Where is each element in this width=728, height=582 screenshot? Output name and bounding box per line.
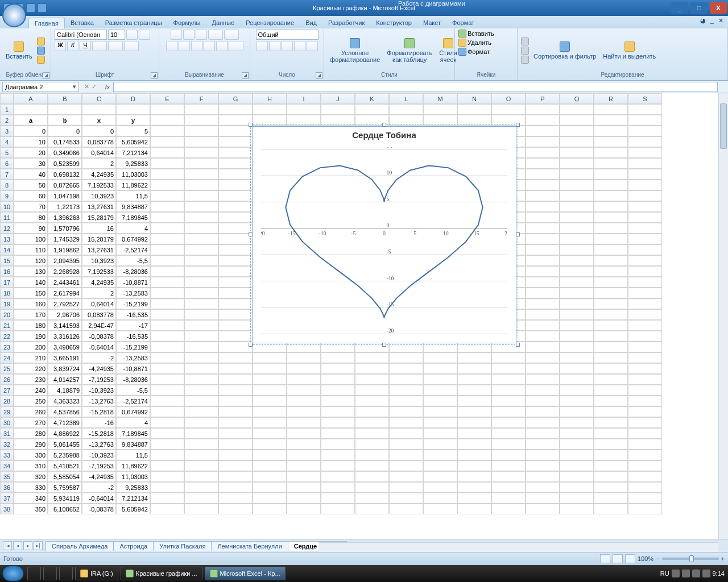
- cell[interactable]: [218, 471, 253, 482]
- row-header[interactable]: 18: [0, 288, 14, 298]
- column-header[interactable]: D: [116, 93, 150, 104]
- cell[interactable]: [457, 363, 491, 374]
- cell[interactable]: [218, 331, 253, 342]
- cell[interactable]: [628, 320, 662, 331]
- cell[interactable]: 2: [82, 158, 116, 169]
- cell[interactable]: [423, 504, 457, 514]
- cell[interactable]: 3,316126: [48, 331, 82, 342]
- cell[interactable]: 170: [14, 309, 48, 320]
- row-header[interactable]: 38: [0, 504, 14, 514]
- cell[interactable]: [184, 309, 218, 320]
- cell[interactable]: 13,27631: [82, 244, 116, 255]
- row-header[interactable]: 29: [0, 406, 14, 417]
- cell[interactable]: [628, 158, 662, 169]
- cell[interactable]: [423, 396, 457, 406]
- cell[interactable]: 140: [14, 277, 48, 288]
- row-header[interactable]: 37: [0, 493, 14, 504]
- cell[interactable]: [526, 212, 560, 223]
- cell[interactable]: [423, 471, 457, 482]
- quick-launch-desktop-icon[interactable]: [59, 567, 73, 580]
- row-header[interactable]: 13: [0, 234, 14, 244]
- cell[interactable]: [526, 493, 560, 504]
- cell[interactable]: -10,8871: [116, 363, 150, 374]
- cell[interactable]: [560, 201, 594, 212]
- cell[interactable]: [218, 212, 253, 223]
- cell[interactable]: [355, 396, 389, 406]
- cell[interactable]: [355, 417, 389, 428]
- cell[interactable]: [628, 147, 662, 158]
- cell[interactable]: [594, 385, 628, 396]
- cell[interactable]: [150, 428, 184, 439]
- row-header[interactable]: 6: [0, 158, 14, 169]
- cell[interactable]: [253, 385, 287, 396]
- cell[interactable]: [560, 460, 594, 471]
- cell[interactable]: [491, 385, 526, 396]
- cell[interactable]: 9,834887: [116, 201, 150, 212]
- column-header[interactable]: B: [48, 93, 82, 104]
- cell[interactable]: [150, 439, 184, 450]
- zoom-level[interactable]: 100%: [638, 555, 653, 562]
- row-header[interactable]: 14: [0, 244, 14, 255]
- cell[interactable]: [526, 190, 560, 201]
- cell[interactable]: [628, 180, 662, 190]
- cell[interactable]: a: [14, 115, 48, 126]
- cell[interactable]: [355, 504, 389, 514]
- cell[interactable]: [628, 471, 662, 482]
- cell[interactable]: [526, 374, 560, 385]
- cell[interactable]: [560, 136, 594, 147]
- cell[interactable]: [457, 460, 491, 471]
- cell[interactable]: [150, 460, 184, 471]
- cell[interactable]: [594, 471, 628, 482]
- cell[interactable]: 5,605942: [116, 136, 150, 147]
- cell[interactable]: [628, 439, 662, 450]
- cell[interactable]: 0: [14, 126, 48, 136]
- cell[interactable]: [560, 406, 594, 417]
- cell[interactable]: [560, 223, 594, 234]
- cell[interactable]: [560, 180, 594, 190]
- cell[interactable]: [218, 136, 253, 147]
- cell[interactable]: [218, 266, 253, 277]
- cell[interactable]: [560, 104, 594, 115]
- comma-button[interactable]: [282, 41, 293, 51]
- cell[interactable]: -7,19253: [82, 460, 116, 471]
- cell[interactable]: 11,03003: [116, 471, 150, 482]
- row-header[interactable]: 22: [0, 331, 14, 342]
- cell[interactable]: 350: [14, 504, 48, 514]
- cell[interactable]: 5,759587: [48, 482, 82, 493]
- decrease-decimal-button[interactable]: [307, 41, 318, 51]
- cell[interactable]: [253, 352, 287, 363]
- cell[interactable]: 16: [82, 223, 116, 234]
- resize-handle[interactable]: [382, 123, 386, 127]
- cell[interactable]: [526, 406, 560, 417]
- row-header[interactable]: 25: [0, 363, 14, 374]
- cell[interactable]: [594, 482, 628, 493]
- cancel-fx-icon[interactable]: ✕: [84, 83, 89, 90]
- cell[interactable]: [321, 406, 355, 417]
- row-header[interactable]: 8: [0, 180, 14, 190]
- cell[interactable]: [526, 277, 560, 288]
- cell[interactable]: [628, 115, 662, 126]
- cell[interactable]: [526, 169, 560, 180]
- cell[interactable]: -15,2818: [82, 428, 116, 439]
- cell[interactable]: [526, 471, 560, 482]
- font-color-button[interactable]: [124, 41, 139, 51]
- cut-icon[interactable]: [37, 38, 45, 45]
- cell[interactable]: [594, 126, 628, 136]
- cell[interactable]: 200: [14, 342, 48, 352]
- cell[interactable]: -7,19253: [82, 374, 116, 385]
- cell[interactable]: -13,2763: [82, 439, 116, 450]
- maximize-button[interactable]: □: [690, 2, 708, 14]
- cell[interactable]: [628, 504, 662, 514]
- qat-print-icon[interactable]: [38, 3, 47, 13]
- cell[interactable]: [321, 504, 355, 514]
- cell[interactable]: 260: [14, 406, 48, 417]
- resize-handle[interactable]: [382, 343, 386, 347]
- cell[interactable]: [253, 363, 287, 374]
- cell[interactable]: [594, 115, 628, 126]
- cell[interactable]: [526, 298, 560, 309]
- cell[interactable]: 6,108652: [48, 504, 82, 514]
- cell[interactable]: 220: [14, 363, 48, 374]
- column-header[interactable]: M: [423, 93, 457, 104]
- cell[interactable]: 11,5: [116, 450, 150, 460]
- cell[interactable]: [355, 471, 389, 482]
